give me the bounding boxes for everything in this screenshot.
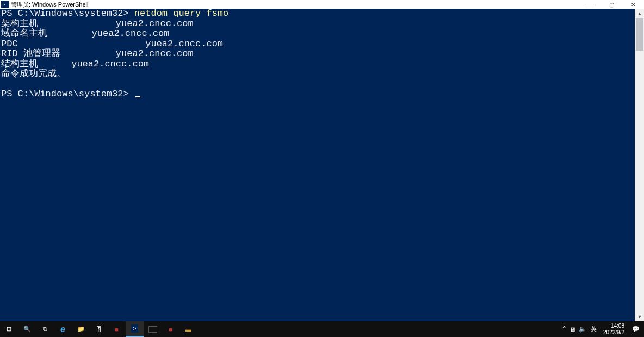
- folder-icon: 📁: [77, 326, 85, 333]
- taskbar-app3[interactable]: ▬: [179, 321, 197, 337]
- prompt: PS C:\Windows\system32>: [1, 89, 134, 99]
- console-area: PS C:\Windows\system32> netdom query fsm…: [0, 9, 644, 321]
- taskbar-ie[interactable]: e: [54, 321, 72, 337]
- notification-icon[interactable]: 💬: [630, 326, 642, 333]
- command-text: netdom query fsmo: [134, 9, 228, 19]
- scroll-thumb[interactable]: [636, 18, 643, 51]
- search-button[interactable]: 🔍: [18, 321, 36, 337]
- windows-icon: ⊞: [7, 326, 11, 333]
- vertical-scrollbar[interactable]: ▲ ▼: [635, 9, 644, 321]
- taskbar-clock[interactable]: 14:08 2022/9/2: [601, 322, 627, 337]
- network-icon[interactable]: 🖥: [569, 326, 575, 333]
- volume-icon[interactable]: 🔈: [579, 326, 586, 333]
- window-controls: — ▢ ✕: [579, 0, 644, 9]
- taskbar-cmd[interactable]: [144, 321, 162, 337]
- taskbar-server-manager[interactable]: 🗄: [90, 321, 108, 337]
- system-tray: ˄ 🖥 🔈 英 14:08 2022/9/2 💬: [563, 321, 644, 337]
- scroll-up-button[interactable]: ▲: [635, 9, 644, 18]
- taskbar-app2[interactable]: ■: [162, 321, 179, 337]
- app3-icon: ▬: [185, 326, 191, 333]
- command-output: 架构主机 yuea2.cncc.com 域命名主机 yuea2.cncc.com…: [1, 19, 223, 79]
- clock-time: 14:08: [603, 323, 624, 329]
- powershell-icon: >_: [1, 1, 9, 8]
- start-button[interactable]: ⊞: [0, 321, 18, 337]
- taskbar-powershell[interactable]: ≥: [126, 321, 144, 337]
- ime-indicator[interactable]: 英: [590, 325, 598, 333]
- powershell-console[interactable]: PS C:\Windows\system32> netdom query fsm…: [0, 9, 635, 321]
- clock-date: 2022/9/2: [603, 329, 624, 336]
- taskbar-app1[interactable]: ■: [108, 321, 126, 337]
- window-title: 管理员: Windows PowerShell: [11, 1, 579, 9]
- cursor: [135, 96, 140, 97]
- server-icon: 🗄: [96, 326, 102, 333]
- task-view-icon: ⧉: [43, 326, 47, 333]
- prompt: PS C:\Windows\system32>: [1, 9, 134, 19]
- taskbar: ⊞ 🔍 ⧉ e 📁 🗄 ■ ≥ ■ ▬ ˄ 🖥 🔈 英 14:08 2022/9…: [0, 321, 644, 337]
- minimize-button[interactable]: —: [579, 0, 600, 9]
- tray-chevron-icon[interactable]: ˄: [563, 326, 566, 333]
- task-view-button[interactable]: ⧉: [36, 321, 54, 337]
- powershell-icon: ≥: [131, 324, 139, 333]
- scroll-down-button[interactable]: ▼: [635, 312, 644, 321]
- window-titlebar: >_ 管理员: Windows PowerShell — ▢ ✕: [0, 0, 644, 9]
- maximize-button[interactable]: ▢: [600, 0, 622, 9]
- search-icon: 🔍: [23, 326, 31, 333]
- app1-icon: ■: [115, 326, 119, 333]
- close-button[interactable]: ✕: [622, 0, 644, 9]
- app2-icon: ■: [169, 326, 172, 333]
- taskbar-explorer[interactable]: 📁: [72, 321, 90, 337]
- cmd-icon: [148, 326, 157, 333]
- ie-icon: e: [60, 324, 65, 334]
